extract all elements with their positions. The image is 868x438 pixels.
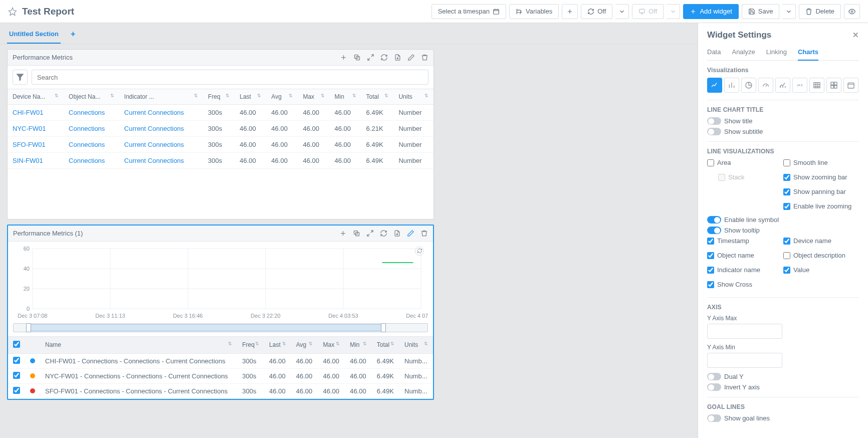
autorefresh-button[interactable]: Off (581, 4, 612, 19)
sort-icon[interactable]: ⇅ (424, 93, 428, 98)
device-link[interactable]: NYC-FW01 (8, 121, 64, 137)
series-checkbox[interactable] (13, 387, 20, 394)
livezoom-checkbox[interactable] (783, 203, 790, 210)
device-link[interactable]: CHI-FW01 (8, 105, 64, 121)
viz-calendar-button[interactable] (843, 78, 858, 93)
column-header[interactable]: Units ⇅ (399, 336, 433, 353)
tooltip-toggle[interactable] (707, 227, 721, 234)
settings-tab-charts[interactable]: Charts (798, 44, 818, 61)
add-widget-button[interactable]: Add widget (683, 4, 738, 19)
indicatorname-checkbox[interactable] (707, 267, 714, 274)
sort-icon[interactable]: ⇅ (289, 93, 293, 98)
smooth-checkbox[interactable] (783, 159, 790, 166)
add-icon[interactable] (339, 230, 347, 237)
zoom-handle-left[interactable] (26, 323, 31, 332)
column-header[interactable]: Freq ⇅ (237, 336, 264, 353)
devicename-checkbox[interactable] (783, 238, 790, 245)
dualy-toggle[interactable] (707, 373, 721, 380)
variables-button[interactable]: Variables (509, 4, 559, 19)
sort-icon[interactable]: ⇅ (424, 341, 428, 346)
sort-icon[interactable]: ⇅ (55, 93, 59, 98)
export-icon[interactable] (394, 54, 401, 61)
sort-icon[interactable]: ⇅ (390, 341, 394, 346)
show-subtitle-toggle[interactable] (707, 128, 721, 135)
sort-icon[interactable]: ⇅ (352, 93, 356, 98)
column-header[interactable]: Freq ⇅ (203, 89, 235, 105)
column-header[interactable]: Avg ⇅ (291, 336, 318, 353)
area-checkbox[interactable] (707, 159, 714, 166)
value-checkbox[interactable] (783, 267, 790, 274)
column-header[interactable]: Min ⇅ (330, 89, 361, 105)
trash-icon[interactable] (421, 54, 428, 61)
objectname-checkbox[interactable] (707, 252, 714, 259)
objectdesc-checkbox[interactable] (783, 252, 790, 259)
viz-combo-button[interactable] (775, 78, 790, 93)
column-header[interactable]: Min ⇅ (345, 336, 372, 353)
sort-icon[interactable]: ⇅ (226, 93, 230, 98)
chart-refresh-button[interactable] (415, 247, 424, 256)
settings-tab-analyze[interactable]: Analyze (732, 44, 755, 60)
sort-icon[interactable]: ⇅ (321, 93, 325, 98)
column-header[interactable]: Avg ⇅ (266, 89, 298, 105)
edit-icon[interactable] (407, 54, 415, 61)
goal-lines-toggle[interactable] (707, 414, 721, 422)
save-button[interactable]: Save (742, 4, 780, 19)
export-icon[interactable] (393, 230, 401, 237)
indicator-link[interactable]: Current Connections (119, 137, 203, 153)
zoom-range[interactable] (26, 324, 386, 331)
trash-icon[interactable] (420, 230, 428, 237)
panbar-checkbox[interactable] (783, 188, 790, 195)
settings-tab-linking[interactable]: Linking (766, 44, 787, 60)
add-variable-button[interactable] (562, 4, 578, 19)
sort-icon[interactable]: ⇅ (282, 341, 286, 346)
star-icon[interactable] (8, 7, 17, 16)
show-title-toggle[interactable] (707, 117, 721, 125)
preview-button[interactable] (844, 4, 860, 19)
column-header[interactable]: Object Na... ⇅ (64, 89, 119, 105)
add-section-button[interactable]: + (71, 30, 75, 42)
column-header[interactable]: Max ⇅ (318, 336, 345, 353)
object-link[interactable]: Connections (64, 121, 119, 137)
series-checkbox[interactable] (13, 357, 20, 364)
copy-icon[interactable] (353, 54, 361, 61)
select-all-checkbox[interactable] (13, 341, 20, 348)
viz-table-button[interactable] (809, 78, 824, 93)
sort-icon[interactable]: ⇅ (363, 341, 367, 346)
close-icon[interactable]: ✕ (852, 31, 859, 40)
viz-gauge-button[interactable] (758, 78, 773, 93)
expand-icon[interactable] (366, 230, 374, 237)
refresh-icon[interactable] (380, 54, 388, 61)
sort-icon[interactable]: ⇅ (194, 93, 198, 98)
object-link[interactable]: Connections (64, 105, 119, 121)
line-symbol-toggle[interactable] (707, 216, 721, 224)
sort-icon[interactable]: ⇅ (110, 93, 114, 98)
copy-icon[interactable] (353, 230, 360, 237)
widget-performance-chart[interactable]: Performance Metrics (1) 0204060Dec 3 07:… (7, 225, 434, 400)
autorefresh-dropdown[interactable] (615, 4, 629, 19)
expand-icon[interactable] (367, 54, 374, 61)
indicator-link[interactable]: Current Connections (119, 121, 203, 137)
edit-icon[interactable] (407, 230, 414, 237)
share-dropdown[interactable] (667, 4, 680, 19)
viz-pie-button[interactable] (741, 78, 756, 93)
share-button[interactable]: Off (632, 4, 664, 19)
refresh-icon[interactable] (380, 230, 387, 237)
sort-icon[interactable]: ⇅ (255, 341, 259, 346)
timestamp-checkbox[interactable] (707, 238, 714, 245)
showcross-checkbox[interactable] (707, 281, 714, 288)
sort-icon[interactable]: ⇅ (384, 93, 388, 98)
viz-number-button[interactable]: 24.8 (792, 78, 807, 93)
sort-icon[interactable]: ⇅ (309, 341, 313, 346)
yaxis-min-input[interactable] (707, 353, 782, 368)
zoom-slider[interactable] (13, 323, 428, 332)
column-header[interactable]: Last ⇅ (264, 336, 291, 353)
column-header[interactable]: Indicator ... ⇅ (119, 89, 203, 105)
object-link[interactable]: Connections (64, 137, 119, 153)
zoom-handle-right[interactable] (381, 323, 386, 332)
column-header[interactable]: Device Na... ⇅ (8, 89, 64, 105)
column-header[interactable]: Last ⇅ (235, 89, 266, 105)
viz-line-button[interactable] (707, 78, 722, 93)
indicator-link[interactable]: Current Connections (119, 105, 203, 121)
yaxis-max-input[interactable] (707, 324, 782, 339)
viz-grid-button[interactable] (826, 78, 841, 93)
